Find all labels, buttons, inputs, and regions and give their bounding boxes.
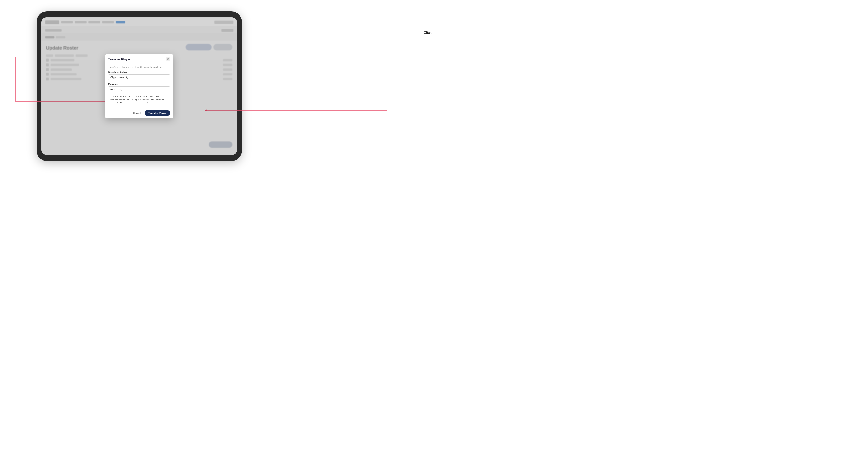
modal-title: Transfer Player <box>108 58 130 61</box>
annotation-right-prefix: Click <box>423 31 432 35</box>
search-college-label: Search for College <box>108 71 170 73</box>
tablet-screen: Update Roster <box>41 18 237 155</box>
transfer-player-button[interactable]: Transfer Player <box>145 110 170 116</box>
modal-footer: Cancel Transfer Player <box>105 107 173 118</box>
modal-body: Transfer the player and their profile to… <box>105 63 173 107</box>
modal-subtitle: Transfer the player and their profile to… <box>108 66 170 68</box>
message-label: Message <box>108 83 170 85</box>
close-button[interactable]: × <box>166 57 170 61</box>
tablet-outer: Update Roster <box>36 11 242 161</box>
tablet-device: Update Roster <box>36 11 395 161</box>
transfer-player-modal: Transfer Player × Transfer the player an… <box>105 54 173 118</box>
annotation-right: Click <box>423 31 432 35</box>
modal-overlay: Transfer Player × Transfer the player an… <box>41 18 237 155</box>
search-college-input[interactable] <box>108 74 170 81</box>
modal-header: Transfer Player × <box>105 54 173 63</box>
message-textarea[interactable] <box>108 86 170 103</box>
cancel-button[interactable]: Cancel <box>131 111 143 115</box>
